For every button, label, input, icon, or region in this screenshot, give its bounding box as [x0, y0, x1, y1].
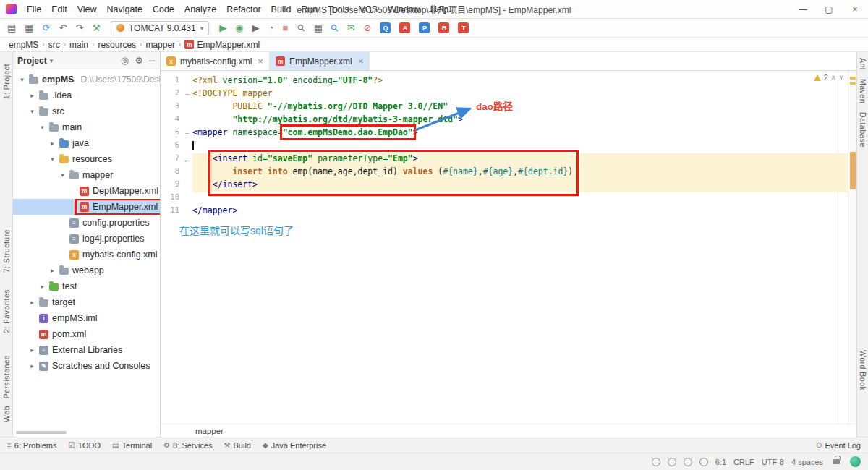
- tree-item-webapp[interactable]: ▸webapp: [13, 262, 160, 278]
- ide-status-avatar[interactable]: [850, 456, 861, 467]
- tree-item-external-libraries[interactable]: ▸≡External Libraries: [13, 342, 160, 358]
- tree-item-main[interactable]: ▾main: [13, 119, 160, 135]
- code-line-4[interactable]: 4 "http://mybatis.org/dtd/mybatis-3-mapp…: [161, 114, 848, 127]
- code-line-9[interactable]: 9 </insert>: [161, 179, 848, 192]
- menu-window[interactable]: Window: [383, 2, 424, 17]
- code-editor[interactable]: 1<?xml version="1.0" encoding="UTF-8"?>2…: [161, 71, 856, 424]
- build-hammer-icon[interactable]: ⚒: [92, 22, 101, 34]
- close-button[interactable]: ×: [842, 0, 868, 18]
- tree-item-java[interactable]: ▸java: [13, 135, 160, 151]
- tool-window-stripe-ant[interactable]: Ant: [859, 58, 867, 70]
- tool-window-button-build[interactable]: ⚒Build: [224, 441, 251, 450]
- plugin-status-icon-4[interactable]: [699, 458, 708, 466]
- tree-item-deptmapper-xml[interactable]: mDeptMapper.xml: [13, 183, 160, 199]
- breadcrumb-item-main[interactable]: main: [68, 40, 90, 50]
- tool-window-stripe-7-structure[interactable]: 7: Structure: [2, 229, 11, 273]
- breadcrumb-item-resources[interactable]: resources: [96, 40, 137, 50]
- chevron-closed-icon[interactable]: ▸: [48, 140, 57, 147]
- fold-marker-icon[interactable]: −: [182, 88, 192, 101]
- line-number-8[interactable]: 8: [161, 166, 182, 179]
- menu-edit[interactable]: Edit: [47, 2, 72, 17]
- menu-vcs[interactable]: VCS: [354, 2, 382, 17]
- status-crlf[interactable]: CRLF: [733, 458, 754, 466]
- breadcrumb-item-mapper[interactable]: mapper: [144, 40, 176, 50]
- tool-window-stripe-1-project[interactable]: 1: Project: [2, 64, 11, 99]
- chevron-closed-icon[interactable]: ▸: [38, 283, 47, 290]
- line-number-9[interactable]: 9: [161, 179, 182, 192]
- run-configuration-select[interactable]: TOMCAT 9.0.431 ▾: [111, 21, 209, 35]
- line-number-3[interactable]: 3: [161, 101, 182, 114]
- save-all-icon[interactable]: ▦: [25, 22, 33, 34]
- tree-item-test[interactable]: ▸test: [13, 278, 160, 294]
- injected-language-arrow-icon[interactable]: ←: [182, 153, 192, 166]
- project-structure-icon[interactable]: ▦: [314, 22, 323, 34]
- chevron-closed-icon[interactable]: ▸: [27, 346, 37, 354]
- tool-window-stripe-web[interactable]: Web: [2, 406, 11, 422]
- tab-empmapper-xml[interactable]: mEmpMapper.xml×: [270, 52, 370, 70]
- undo-icon[interactable]: ↶: [59, 22, 67, 34]
- menu-code[interactable]: Code: [148, 2, 179, 17]
- next-warning-icon[interactable]: ∨: [838, 74, 843, 81]
- code-lines[interactable]: 1<?xml version="1.0" encoding="UTF-8"?>2…: [161, 75, 848, 218]
- code-line-10[interactable]: 10: [161, 192, 848, 205]
- menu-view[interactable]: View: [73, 2, 101, 17]
- breadcrumb-item-src[interactable]: src: [47, 40, 61, 50]
- chevron-closed-icon[interactable]: ▸: [27, 362, 37, 369]
- line-number-10[interactable]: 10: [161, 192, 182, 205]
- project-panel-header[interactable]: Project ▾ ◎⚙─: [13, 52, 160, 69]
- plugin-icon-3[interactable]: P: [419, 22, 430, 33]
- inspection-widget[interactable]: 2 ∧ ∨: [814, 73, 843, 82]
- run-icon[interactable]: ▶: [219, 22, 226, 34]
- tool-window-button-8-services[interactable]: ⚙8: Services: [163, 441, 212, 450]
- breadcrumb-item-empms[interactable]: empMS: [7, 40, 40, 50]
- redo-icon[interactable]: ↷: [75, 22, 83, 34]
- line-number-6[interactable]: 6: [161, 140, 182, 153]
- status-6-1[interactable]: 6:1: [715, 458, 726, 466]
- close-tab-icon[interactable]: ×: [358, 56, 364, 67]
- tree-item-src[interactable]: ▾src: [13, 103, 160, 119]
- search-everywhere-icon[interactable]: ⚲: [328, 21, 341, 34]
- line-number-11[interactable]: 11: [161, 205, 182, 218]
- line-number-4[interactable]: 4: [161, 114, 182, 127]
- code-line-1[interactable]: 1<?xml version="1.0" encoding="UTF-8"?>: [161, 75, 848, 88]
- tree-item-target[interactable]: ▸target: [13, 294, 160, 310]
- line-number-7[interactable]: 7: [161, 153, 182, 166]
- lock-icon[interactable]: [833, 459, 840, 464]
- tree-item-empmapper-xml[interactable]: mEmpMapper.xml: [13, 199, 160, 215]
- tool-window-button-event-log[interactable]: ⊙Event Log: [816, 441, 861, 450]
- code-line-8[interactable]: 8 insert into emp(name,age,dept_id) valu…: [161, 166, 848, 179]
- tree-item-mybatis-config-xml[interactable]: xmybatis-config.xml: [13, 247, 160, 262]
- breadcrumb-tag[interactable]: mapper: [195, 427, 224, 435]
- chevron-closed-icon[interactable]: ▸: [27, 92, 37, 99]
- menu-file[interactable]: File: [22, 2, 46, 17]
- profiler-icon[interactable]: ◔: [268, 22, 274, 34]
- plugin-icon-1[interactable]: Q: [380, 22, 391, 33]
- stop-icon[interactable]: ■: [282, 22, 288, 34]
- settings-icon[interactable]: ⚙: [135, 55, 143, 67]
- plugin-status-icon-2[interactable]: [668, 458, 676, 466]
- find-action-icon[interactable]: ⚲: [295, 21, 308, 34]
- tool-window-stripe-2-favorites[interactable]: 2: Favorites: [2, 289, 11, 333]
- run-coverage-icon[interactable]: ▶: [252, 22, 260, 34]
- code-line-11[interactable]: 11</mapper>: [161, 205, 848, 218]
- tool-window-button-java-enterprise[interactable]: ◆Java Enterprise: [263, 441, 326, 450]
- debug-icon[interactable]: ◉: [235, 22, 243, 34]
- code-line-7[interactable]: 7← <insert id="saveEmp" parameterType="E…: [161, 153, 848, 166]
- tree-item-pom-xml[interactable]: mpom.xml: [13, 326, 160, 342]
- menu-build[interactable]: Build: [267, 2, 296, 17]
- plugin-icon-5[interactable]: T: [458, 22, 469, 33]
- status-utf-8[interactable]: UTF-8: [762, 458, 784, 466]
- line-number-5[interactable]: 5: [161, 127, 182, 140]
- menu-run[interactable]: Run: [297, 2, 322, 17]
- plugin-icon-2[interactable]: A: [399, 22, 410, 33]
- tab-mybatis-config-xml[interactable]: xmybatis-config.xml×: [161, 52, 270, 70]
- menu-refactor[interactable]: Refactor: [222, 2, 265, 17]
- mail-icon[interactable]: ✉: [347, 22, 355, 34]
- prev-warning-icon[interactable]: ∧: [831, 74, 836, 81]
- menu-help[interactable]: Help: [426, 2, 454, 17]
- tree-item-config-properties[interactable]: ≡config.properties: [13, 215, 160, 231]
- tool-window-button-todo[interactable]: ☑TODO: [69, 441, 101, 450]
- tree-item-mapper[interactable]: ▾mapper: [13, 167, 160, 183]
- no-entry-icon[interactable]: ⊘: [364, 22, 372, 34]
- tree-item-empms-iml[interactable]: iempMS.iml: [13, 310, 160, 326]
